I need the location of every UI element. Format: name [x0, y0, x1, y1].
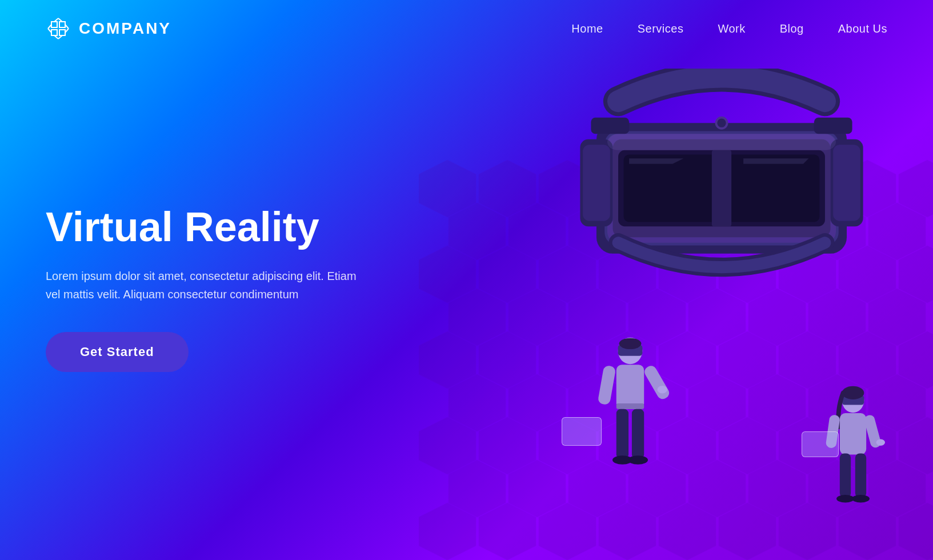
hero-content: Virtual Reality Lorem ipsum dolor sit am… — [46, 205, 360, 372]
svg-point-48 — [852, 495, 870, 503]
logo-text: COMPANY — [79, 19, 171, 38]
svg-point-47 — [836, 495, 854, 503]
svg-point-31 — [619, 338, 642, 349]
get-started-button[interactable]: Get Started — [46, 332, 189, 372]
floating-card-right — [802, 431, 839, 457]
hero-section: COMPANY Home Services Work Blog About Us… — [0, 0, 933, 560]
nav-item-about: About Us — [838, 22, 887, 35]
floating-card-left — [562, 417, 602, 446]
hero-description: Lorem ipsum dolor sit amet, consectetur … — [46, 267, 360, 303]
logo-link[interactable]: COMPANY — [46, 16, 171, 41]
svg-point-40 — [658, 386, 667, 394]
navbar: COMPANY Home Services Work Blog About Us — [0, 0, 933, 57]
svg-rect-2 — [59, 22, 65, 27]
nav-links: Home Services Work Blog About Us — [571, 22, 887, 35]
svg-rect-4 — [59, 30, 65, 35]
person-left-illustration — [590, 331, 670, 514]
logo-icon — [46, 16, 71, 41]
svg-rect-34 — [616, 409, 628, 459]
nav-item-services: Services — [638, 22, 684, 35]
svg-rect-28 — [607, 134, 836, 150]
person-right-illustration — [819, 383, 887, 543]
svg-rect-26 — [591, 118, 629, 134]
svg-rect-19 — [712, 150, 731, 226]
svg-rect-1 — [51, 22, 57, 27]
svg-rect-32 — [616, 365, 644, 409]
nav-link-home[interactable]: Home — [571, 22, 603, 35]
svg-rect-35 — [632, 409, 644, 459]
svg-point-37 — [628, 455, 648, 465]
svg-rect-38 — [598, 365, 616, 406]
nav-item-work: Work — [718, 22, 745, 35]
svg-point-25 — [717, 119, 726, 127]
vr-headset-illustration — [556, 69, 887, 297]
svg-rect-23 — [583, 145, 610, 221]
nav-item-blog: Blog — [780, 22, 804, 35]
svg-rect-3 — [51, 30, 57, 35]
nav-item-home: Home — [571, 22, 603, 35]
svg-rect-21 — [833, 145, 860, 221]
svg-rect-39 — [643, 364, 670, 401]
svg-rect-27 — [814, 118, 852, 134]
nav-link-about[interactable]: About Us — [838, 22, 887, 35]
vr-illustration-area — [362, 0, 933, 560]
hero-title: Virtual Reality — [46, 205, 360, 250]
svg-rect-45 — [840, 454, 851, 498]
svg-rect-44 — [840, 413, 866, 454]
svg-rect-33 — [616, 403, 644, 409]
svg-point-51 — [876, 439, 885, 446]
nav-link-blog[interactable]: Blog — [780, 22, 804, 35]
svg-rect-46 — [855, 454, 866, 498]
nav-link-work[interactable]: Work — [718, 22, 745, 35]
nav-link-services[interactable]: Services — [638, 22, 684, 35]
